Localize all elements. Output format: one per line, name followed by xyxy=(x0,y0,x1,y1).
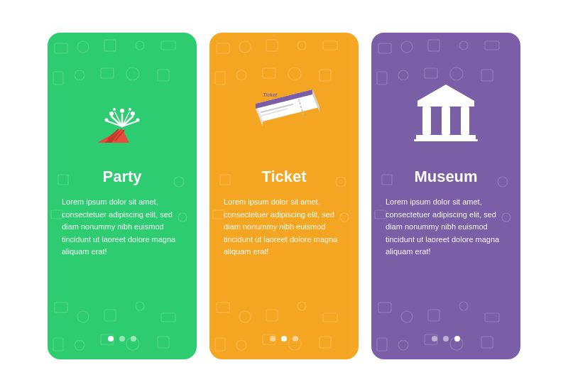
svg-point-16 xyxy=(75,340,84,350)
svg-rect-99 xyxy=(417,101,474,107)
svg-point-43 xyxy=(239,41,251,53)
svg-rect-96 xyxy=(375,210,386,219)
party-title: Party xyxy=(102,168,141,186)
svg-rect-46 xyxy=(323,41,337,50)
museum-dots xyxy=(432,323,460,342)
svg-rect-76 xyxy=(428,40,439,51)
dot-2 xyxy=(281,336,287,342)
svg-rect-89 xyxy=(377,338,387,351)
svg-rect-101 xyxy=(442,107,450,135)
ticket-icon-area: Ticket xyxy=(241,68,327,153)
svg-point-3 xyxy=(136,41,144,50)
museum-title: Museum xyxy=(414,168,477,186)
svg-rect-52 xyxy=(217,303,229,312)
svg-rect-12 xyxy=(104,310,116,321)
svg-rect-84 xyxy=(378,303,391,312)
card-museum: Museum Lorem ipsum dolor sit amet, conse… xyxy=(371,33,520,359)
ticket-dots xyxy=(270,323,298,342)
svg-rect-62 xyxy=(220,175,230,185)
svg-point-35 xyxy=(120,109,124,113)
svg-rect-103 xyxy=(416,135,476,139)
svg-rect-0 xyxy=(55,43,67,53)
svg-rect-78 xyxy=(485,41,499,50)
svg-rect-42 xyxy=(217,43,229,53)
svg-point-75 xyxy=(401,41,413,53)
svg-point-85 xyxy=(401,311,413,322)
ticket-body: Lorem ipsum dolor sit amet, consectetuer… xyxy=(224,196,344,258)
svg-point-58 xyxy=(236,340,246,350)
svg-point-87 xyxy=(459,302,468,310)
svg-rect-57 xyxy=(215,338,225,351)
svg-point-55 xyxy=(297,302,306,310)
svg-rect-44 xyxy=(266,40,278,51)
party-popper-icon xyxy=(90,75,154,146)
svg-rect-4 xyxy=(161,41,175,50)
dot-1 xyxy=(270,336,275,342)
svg-marker-98 xyxy=(417,85,474,101)
dot-1 xyxy=(108,336,114,342)
svg-rect-79 xyxy=(377,72,387,85)
party-icon-area xyxy=(80,68,165,153)
svg-rect-74 xyxy=(378,43,391,53)
ticket-icon: Ticket xyxy=(241,82,327,139)
dot-2 xyxy=(443,336,449,342)
svg-point-1 xyxy=(77,41,89,53)
svg-rect-102 xyxy=(461,107,469,135)
svg-rect-93 xyxy=(481,337,493,348)
party-dots xyxy=(108,323,136,342)
museum-body: Lorem ipsum dolor sit amet, consectetuer… xyxy=(386,196,506,258)
svg-point-40 xyxy=(113,108,116,111)
svg-point-11 xyxy=(77,311,89,322)
svg-point-90 xyxy=(398,340,408,350)
dot-3 xyxy=(131,336,136,342)
svg-rect-2 xyxy=(104,40,116,51)
svg-rect-61 xyxy=(320,337,331,348)
ticket-title: Ticket xyxy=(261,168,306,186)
svg-point-38 xyxy=(105,119,109,122)
museum-building-icon xyxy=(414,81,478,141)
svg-rect-88 xyxy=(485,313,499,322)
dot-1 xyxy=(432,336,437,342)
svg-point-77 xyxy=(459,41,468,50)
svg-rect-104 xyxy=(414,139,478,141)
svg-rect-94 xyxy=(382,175,392,185)
dot-2 xyxy=(119,336,125,342)
svg-point-39 xyxy=(136,119,140,122)
svg-point-53 xyxy=(239,311,251,322)
svg-rect-19 xyxy=(158,337,169,348)
museum-icon-area xyxy=(403,68,488,153)
svg-rect-56 xyxy=(323,313,337,322)
svg-point-45 xyxy=(297,41,306,50)
svg-rect-10 xyxy=(55,303,67,312)
svg-point-41 xyxy=(129,108,131,111)
svg-rect-47 xyxy=(215,72,225,85)
svg-rect-86 xyxy=(428,310,439,321)
svg-point-21 xyxy=(174,177,184,187)
card-party: Party Lorem ipsum dolor sit amet, consec… xyxy=(48,33,197,359)
svg-rect-15 xyxy=(53,338,63,351)
cards-container: Party Lorem ipsum dolor sit amet, consec… xyxy=(48,33,520,359)
svg-rect-100 xyxy=(422,107,431,135)
card-ticket: Ticket Ticket Lorem ipsum dolor sit amet… xyxy=(209,33,359,359)
svg-rect-14 xyxy=(161,313,175,322)
svg-point-36 xyxy=(109,111,114,116)
svg-rect-22 xyxy=(51,210,62,219)
svg-point-37 xyxy=(131,111,135,116)
svg-rect-20 xyxy=(58,175,68,185)
svg-rect-64 xyxy=(213,210,224,219)
svg-text:Ticket: Ticket xyxy=(262,92,278,98)
dot-3 xyxy=(454,336,460,342)
svg-rect-54 xyxy=(266,310,278,321)
svg-point-63 xyxy=(336,177,346,187)
dot-3 xyxy=(293,336,298,342)
svg-point-95 xyxy=(498,177,508,187)
svg-point-13 xyxy=(136,302,144,310)
party-body: Lorem ipsum dolor sit amet, consectetuer… xyxy=(62,196,182,258)
svg-rect-5 xyxy=(53,72,63,85)
